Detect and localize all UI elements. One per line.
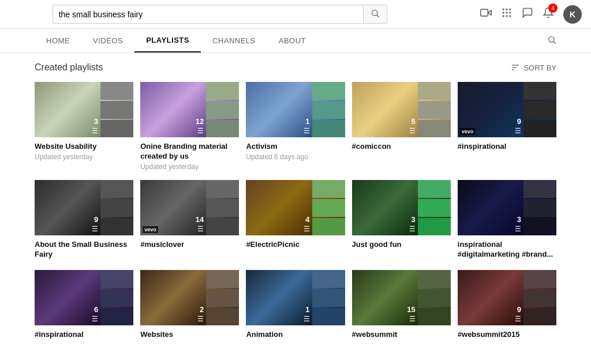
messages-icon[interactable] xyxy=(522,7,533,21)
thumb-overlay: 12 ☰ xyxy=(196,117,204,135)
thumb-strip xyxy=(100,82,133,137)
thumb-strip xyxy=(523,180,556,235)
thumb-strip xyxy=(523,82,556,137)
nav-item-videos[interactable]: VIDEOS xyxy=(81,29,134,52)
list-icon: ☰ xyxy=(304,127,310,135)
strip-item xyxy=(418,120,451,138)
playlist-item[interactable]: 9 ☰ About the Small Business Fairy xyxy=(35,180,133,261)
playlist-item[interactable]: 1 ☰ Animation xyxy=(246,270,345,341)
header: the small business fairy 4 K xyxy=(0,0,591,29)
strip-item xyxy=(523,270,556,288)
search-bar: the small business fairy xyxy=(53,5,387,24)
thumb-main: 4 ☰ xyxy=(246,180,312,235)
strip-item xyxy=(418,270,451,288)
strip-item xyxy=(100,199,133,217)
thumb-strip xyxy=(312,82,345,137)
strip-item xyxy=(206,82,239,100)
playlist-item[interactable]: 3 ☰ inspirational #digitalmarketing #bra… xyxy=(458,180,556,261)
strip-item xyxy=(206,270,239,288)
playlist-item[interactable]: 3 ☰ Just good fun xyxy=(352,180,451,261)
svg-line-1 xyxy=(377,15,379,17)
strip-item xyxy=(100,308,133,326)
playlist-count: 2 xyxy=(200,305,204,314)
strip-item xyxy=(100,180,133,198)
playlist-thumbnail: 9 ☰ xyxy=(458,270,556,325)
strip-item xyxy=(206,289,239,307)
nav-item-playlists[interactable]: PLAYLISTS xyxy=(134,29,201,52)
list-icon: ☰ xyxy=(197,127,204,135)
list-icon: ☰ xyxy=(92,225,98,233)
playlist-title: #ElectricPicnic xyxy=(246,240,345,250)
strip-item xyxy=(100,120,133,138)
strip-item xyxy=(418,101,451,119)
playlist-count: 3 xyxy=(412,215,416,224)
thumb-main: vevo 14 ☰ xyxy=(140,180,206,235)
strip-item xyxy=(523,199,556,217)
vevo-label: vevo xyxy=(143,226,158,233)
svg-point-11 xyxy=(506,15,507,17)
sort-by-button[interactable]: SORT BY xyxy=(511,63,556,72)
nav-search-icon[interactable] xyxy=(547,35,556,47)
strip-item xyxy=(523,120,556,138)
svg-point-0 xyxy=(372,10,377,16)
strip-item xyxy=(523,82,556,100)
video-camera-icon[interactable] xyxy=(480,7,492,21)
thumb-strip xyxy=(418,180,451,235)
playlist-title: About the Small Business Fairy xyxy=(35,240,133,260)
list-icon: ☰ xyxy=(515,315,521,323)
svg-point-13 xyxy=(549,36,554,42)
thumb-overlay: 3 ☰ xyxy=(409,215,416,233)
svg-rect-3 xyxy=(481,9,488,16)
playlist-item[interactable]: 6 ☰ #inspirational xyxy=(35,270,133,341)
strip-item xyxy=(206,180,239,198)
playlist-item[interactable]: vevo 14 ☰ #musiclover xyxy=(140,180,239,261)
playlist-item[interactable]: 12 ☰ Onine Branding material created by … xyxy=(140,82,239,171)
avatar[interactable]: K xyxy=(563,5,582,24)
playlist-title: Activism xyxy=(246,142,345,152)
playlist-item[interactable]: vevo 9 ☰ #inspirational xyxy=(458,82,556,171)
playlist-title: Just good fun xyxy=(352,240,451,250)
list-icon: ☰ xyxy=(304,315,310,323)
search-button[interactable] xyxy=(363,5,387,23)
playlist-thumbnail: 15 ☰ xyxy=(352,270,451,325)
strip-item xyxy=(206,101,239,119)
apps-icon[interactable] xyxy=(501,7,513,21)
playlist-title: Website Usability xyxy=(35,142,133,152)
strip-item xyxy=(418,82,451,100)
svg-point-8 xyxy=(506,12,507,13)
search-input[interactable]: the small business fairy xyxy=(53,6,363,22)
vevo-label: vevo xyxy=(460,128,476,135)
strip-item xyxy=(523,180,556,198)
nav-item-channels[interactable]: CHANNELS xyxy=(201,29,267,52)
notification-bell-icon[interactable]: 4 xyxy=(543,7,554,21)
playlist-count: 1 xyxy=(305,305,309,314)
playlist-item[interactable]: 2 ☰ Websites xyxy=(140,270,239,341)
playlist-count: 14 xyxy=(196,215,204,224)
playlist-item[interactable]: 3 ☰ Website Usability Updated yesterday xyxy=(35,82,133,171)
section-title: Created playlists xyxy=(35,62,103,73)
playlist-item[interactable]: 1 ☰ Activism Updated 6 days ago xyxy=(246,82,345,171)
playlist-count: 4 xyxy=(305,215,309,224)
section-header: Created playlists SORT BY xyxy=(35,62,556,73)
list-icon: ☰ xyxy=(409,127,416,135)
playlist-item[interactable]: 15 ☰ #websummit xyxy=(352,270,451,341)
thumb-main: 3 ☰ xyxy=(35,82,100,137)
nav-item-about[interactable]: ABOUT xyxy=(267,29,317,52)
playlist-thumbnail: 12 ☰ xyxy=(140,82,239,137)
svg-marker-2 xyxy=(488,10,491,15)
playlist-title: #comiccon xyxy=(352,142,451,152)
svg-point-10 xyxy=(502,15,504,17)
header-icons: 4 K xyxy=(480,5,582,24)
playlist-grid: 3 ☰ Website Usability Updated yesterday xyxy=(35,82,556,341)
nav-item-home[interactable]: HOME xyxy=(35,29,81,52)
sort-by-label: SORT BY xyxy=(523,63,556,72)
playlist-item[interactable]: 4 ☰ #ElectricPicnic xyxy=(246,180,345,261)
list-icon: ☰ xyxy=(92,127,98,135)
strip-item xyxy=(312,308,345,326)
playlist-count: 1 xyxy=(305,117,309,126)
playlist-thumbnail: 5 ☰ xyxy=(352,82,451,137)
strip-item xyxy=(523,101,556,119)
playlist-item[interactable]: 5 ☰ #comiccon xyxy=(352,82,451,171)
playlist-item[interactable]: 9 ☰ #websummit2015 xyxy=(458,270,556,341)
thumb-overlay: 14 ☰ xyxy=(196,215,204,233)
